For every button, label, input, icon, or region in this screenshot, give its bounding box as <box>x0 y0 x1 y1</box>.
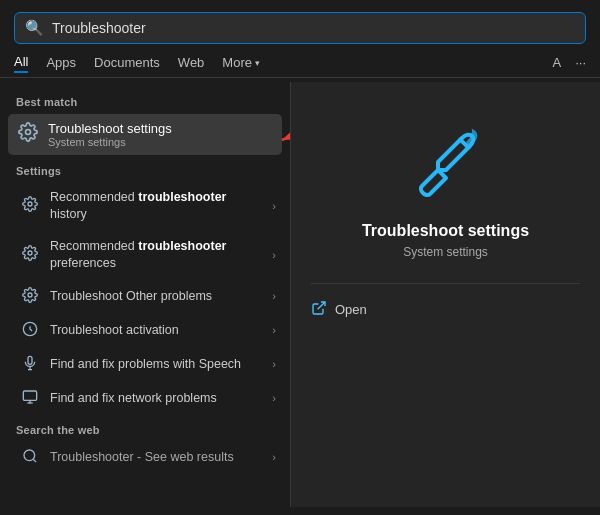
settings-item-5[interactable]: Find and fix network problems › <box>4 382 286 415</box>
main-content: Best match Troubleshoot settings System … <box>0 82 600 507</box>
open-button[interactable]: Open <box>311 300 367 319</box>
settings-item-2[interactable]: Troubleshoot Other problems › <box>4 280 286 313</box>
search-web-label: Search the web <box>0 416 290 440</box>
settings-item-0[interactable]: Recommended troubleshooter history › <box>4 182 286 230</box>
svg-point-9 <box>24 450 35 461</box>
settings-item-4[interactable]: Find and fix problems with Speech › <box>4 348 286 381</box>
open-icon <box>311 300 327 319</box>
tab-web[interactable]: Web <box>178 53 205 72</box>
settings-item-text-4: Find and fix problems with Speech <box>50 356 262 373</box>
right-panel-divider <box>311 283 580 284</box>
svg-line-1 <box>282 124 290 140</box>
settings-item-text-5: Find and fix network problems <box>50 390 262 407</box>
best-match-item[interactable]: Troubleshoot settings System settings <box>8 114 282 155</box>
wrench-icon-2 <box>20 287 40 306</box>
settings-item-text-0: Recommended troubleshooter history <box>50 189 262 223</box>
tab-apps[interactable]: Apps <box>46 53 76 72</box>
right-panel-subtitle: System settings <box>403 245 488 259</box>
chevron-down-icon: ▾ <box>255 58 260 68</box>
settings-icon <box>18 122 38 147</box>
chevron-icon-0: › <box>272 200 276 212</box>
right-panel-title: Troubleshoot settings <box>362 222 529 240</box>
chevron-icon-1: › <box>272 249 276 261</box>
more-options-icon[interactable]: ··· <box>575 55 586 70</box>
right-panel: Troubleshoot settings System settings Op… <box>290 82 600 507</box>
tab-all[interactable]: All <box>14 52 28 73</box>
tab-documents[interactable]: Documents <box>94 53 160 72</box>
chevron-icon-web: › <box>272 451 276 463</box>
search-bar[interactable]: 🔍 <box>14 12 586 44</box>
search-web-item[interactable]: Troubleshooter - See web results › <box>4 441 286 474</box>
svg-rect-6 <box>23 391 36 400</box>
tabs-bar: All Apps Documents Web More ▾ A ··· <box>0 52 600 78</box>
best-match-label: Best match <box>0 88 290 112</box>
red-arrow-indicator <box>272 122 290 152</box>
settings-item-text-3: Troubleshoot activation <box>50 322 262 339</box>
search-web-text: Troubleshooter - See web results <box>50 450 262 464</box>
right-panel-icon <box>406 122 486 206</box>
tab-more[interactable]: More ▾ <box>222 53 260 72</box>
chevron-icon-4: › <box>272 358 276 370</box>
settings-item-1[interactable]: Recommended troubleshooter preferences › <box>4 231 286 279</box>
search-icon: 🔍 <box>25 19 44 37</box>
microphone-icon <box>20 355 40 374</box>
wrench-icon-0 <box>20 196 40 215</box>
left-panel: Best match Troubleshoot settings System … <box>0 82 290 507</box>
svg-line-11 <box>318 302 325 309</box>
svg-rect-3 <box>28 356 32 364</box>
settings-item-3[interactable]: Troubleshoot activation › <box>4 314 286 347</box>
settings-item-text-2: Troubleshoot Other problems <box>50 288 262 305</box>
chevron-icon-5: › <box>272 392 276 404</box>
web-search-icon <box>20 448 40 467</box>
best-match-text: Troubleshoot settings System settings <box>48 121 172 148</box>
wrench-icon-1 <box>20 245 40 264</box>
settings-item-text-1: Recommended troubleshooter preferences <box>50 238 262 272</box>
network-icon <box>20 389 40 408</box>
settings-section-label: Settings <box>0 157 290 181</box>
svg-line-10 <box>33 459 36 462</box>
search-input[interactable] <box>52 20 575 36</box>
activation-icon <box>20 321 40 340</box>
chevron-icon-3: › <box>272 324 276 336</box>
font-size-indicator: A <box>552 55 561 70</box>
chevron-icon-2: › <box>272 290 276 302</box>
